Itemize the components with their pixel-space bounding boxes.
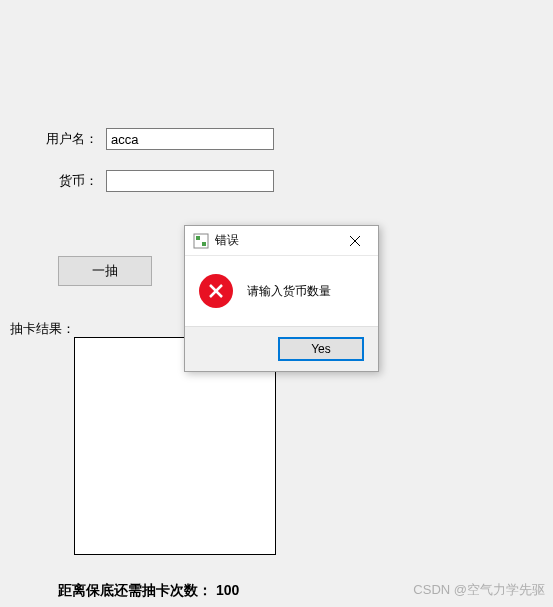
- svg-rect-1: [196, 236, 200, 240]
- error-dialog: 错误 请输入货币数量 Yes: [184, 225, 379, 372]
- dialog-title: 错误: [215, 232, 336, 249]
- close-icon[interactable]: [336, 228, 374, 254]
- username-input[interactable]: [106, 128, 274, 150]
- currency-label: 货币：: [43, 172, 98, 190]
- currency-input[interactable]: [106, 170, 274, 192]
- app-icon: [193, 233, 209, 249]
- error-icon: [199, 274, 233, 308]
- dialog-message: 请输入货币数量: [247, 283, 331, 300]
- svg-rect-2: [202, 242, 206, 246]
- watermark: CSDN @空气力学先驱: [413, 581, 545, 599]
- dialog-titlebar[interactable]: 错误: [185, 226, 378, 256]
- dialog-footer: Yes: [185, 326, 378, 371]
- result-label: 抽卡结果：: [10, 320, 75, 338]
- draw-button[interactable]: 一抽: [58, 256, 152, 286]
- pity-counter-label: 距离保底还需抽卡次数： 100: [58, 582, 239, 600]
- username-label: 用户名：: [43, 130, 98, 148]
- yes-button[interactable]: Yes: [278, 337, 364, 361]
- dialog-body: 请输入货币数量: [185, 256, 378, 326]
